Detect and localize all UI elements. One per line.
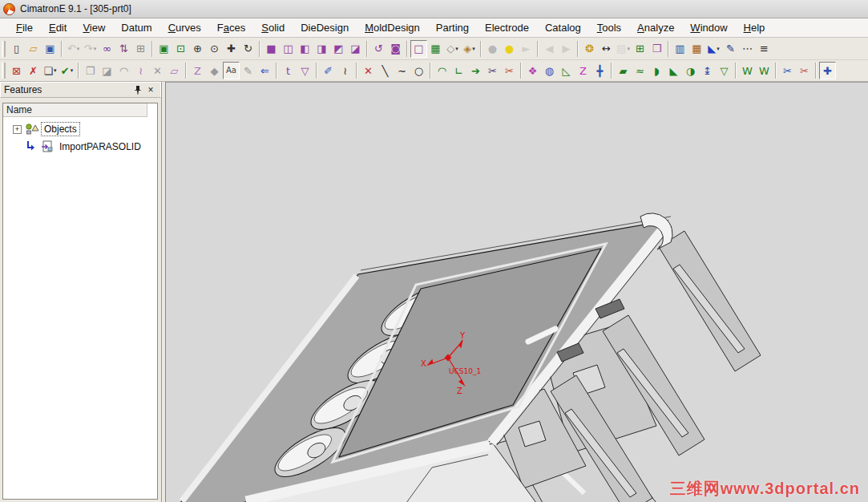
stitch-icon[interactable]: W xyxy=(739,62,756,79)
close-panel-button[interactable]: × xyxy=(144,84,157,96)
fillet-icon[interactable]: ◠ xyxy=(434,62,450,79)
surface-mirror-icon[interactable]: ◑ xyxy=(682,62,699,79)
menu-solid[interactable]: Solid xyxy=(253,20,293,35)
tree-label-objects[interactable]: Objects xyxy=(41,122,80,136)
surface-blend-icon[interactable]: ◗ xyxy=(648,62,665,79)
dynamic-transform-icon[interactable]: ✚ xyxy=(819,62,836,79)
filter-datums-icon[interactable]: ◆ xyxy=(206,62,223,79)
extend-icon[interactable]: ➔ xyxy=(467,62,484,79)
point-icon[interactable]: ✕ xyxy=(360,62,377,79)
filter-loops-icon[interactable]: ◠ xyxy=(115,62,132,79)
toolbar-drag-handle[interactable] xyxy=(2,63,6,79)
filter-axes-icon[interactable]: Z xyxy=(189,62,206,79)
menu-window[interactable]: Window xyxy=(682,20,735,35)
tree-row-importparasolid[interactable]: ImportPARASOLID xyxy=(3,138,157,156)
view-back-icon[interactable]: ◀ xyxy=(541,40,558,58)
transparent-cube-icon[interactable]: ◩ xyxy=(330,40,347,58)
viewport-3d[interactable]: X Y Z UCS10_1 三维网www.3dportal.cn xyxy=(166,82,868,502)
table-brown-icon[interactable]: ▦ xyxy=(688,40,705,58)
bulb-pick-icon[interactable]: ► xyxy=(518,40,535,58)
orient-model-icon[interactable]: ↺ xyxy=(370,40,387,58)
bulb-off-icon[interactable]: ● xyxy=(484,40,501,58)
filter-composites-icon[interactable]: ▱ xyxy=(166,62,183,79)
magnifier-icon[interactable]: ⊙ xyxy=(206,40,223,58)
confirm-select-icon[interactable]: ✔▾ xyxy=(59,62,75,79)
entity-colors-icon[interactable]: ❂ xyxy=(581,40,598,58)
hidden-line-cube-icon[interactable]: ◧ xyxy=(297,40,313,58)
texture-cube-icon[interactable]: ▦ xyxy=(427,40,444,58)
menu-diedesign[interactable]: DieDesign xyxy=(293,20,357,35)
menu-electrode[interactable]: Electrode xyxy=(477,20,537,35)
menu-molddesign[interactable]: MoldDesign xyxy=(357,20,428,35)
pin-icon[interactable] xyxy=(131,84,144,96)
menu-tools[interactable]: Tools xyxy=(589,20,629,35)
filter-curves-icon[interactable]: ≀ xyxy=(132,62,149,79)
line-weight-icon[interactable]: ≡ xyxy=(756,40,773,58)
wireframe-cube-icon[interactable]: ◫ xyxy=(280,40,297,58)
extrude-icon[interactable]: ❖ xyxy=(524,62,541,79)
filter-back-icon[interactable]: ⇐ xyxy=(256,62,273,79)
bulb-on-icon[interactable]: ● xyxy=(501,40,518,58)
plain-cube-icon[interactable]: ◇▾ xyxy=(444,40,461,58)
pipe-icon[interactable]: ╋ xyxy=(591,62,608,79)
menu-file[interactable]: File xyxy=(8,20,41,35)
unstitch-icon[interactable]: W xyxy=(756,62,773,79)
fill-color-icon[interactable]: ◣▾ xyxy=(705,40,722,58)
tree-row-objects[interactable]: + Objects xyxy=(3,120,157,138)
update-links-icon[interactable]: ⇅ xyxy=(115,40,132,58)
fit-screen-icon[interactable]: ▣ xyxy=(155,40,172,58)
name-column-header[interactable]: Name xyxy=(3,103,147,117)
arc-icon[interactable]: ∼ xyxy=(394,62,410,79)
split-red-icon[interactable]: ✂ xyxy=(796,62,813,79)
pan-icon[interactable]: ✚ xyxy=(223,40,240,58)
new-template-icon[interactable]: ⊞ xyxy=(632,40,648,58)
surface-funnel-icon[interactable]: ▽ xyxy=(716,62,733,79)
expand-toggle-icon[interactable]: + xyxy=(13,125,22,134)
cut-curve-icon[interactable]: ✂ xyxy=(501,62,518,79)
menu-parting[interactable]: Parting xyxy=(428,20,477,35)
revolve-icon[interactable]: ◍ xyxy=(541,62,558,79)
filter-faces-icon[interactable]: ◪ xyxy=(99,62,115,79)
corner-icon[interactable]: ∟ xyxy=(450,62,467,79)
menu-faces[interactable]: Faces xyxy=(209,20,253,35)
pick-order-icon[interactable]: t xyxy=(280,62,297,79)
section-cube-icon[interactable]: ◈▾ xyxy=(461,40,478,58)
menu-datum[interactable]: Datum xyxy=(113,20,159,35)
filter-text-icon[interactable]: Aa xyxy=(223,62,240,79)
new-file-icon[interactable]: ▯ xyxy=(8,40,25,58)
redo-icon[interactable]: ↷▾ xyxy=(82,40,99,58)
table-blue-icon[interactable]: ▥ xyxy=(672,40,688,58)
trim-icon[interactable]: ✂ xyxy=(484,62,501,79)
open-folder-icon[interactable]: ▱ xyxy=(25,40,42,58)
circle-icon[interactable]: ○ xyxy=(410,62,427,79)
filter-sketches-icon[interactable]: ✎ xyxy=(240,62,256,79)
shaded-edges-cube-icon[interactable]: ◨ xyxy=(313,40,330,58)
sketcher-icon[interactable]: ✐ xyxy=(320,62,337,79)
curves-menu-icon[interactable]: ≀ xyxy=(337,62,353,79)
save-icon[interactable]: ▣ xyxy=(42,40,59,58)
camera-icon[interactable]: ▤▾ xyxy=(615,40,632,58)
shaded-cube-icon[interactable]: ■ xyxy=(263,40,280,58)
pen-attributes-icon[interactable]: ✎ xyxy=(722,40,739,58)
menu-edit[interactable]: Edit xyxy=(41,20,75,35)
sweep-icon[interactable]: Z xyxy=(575,62,591,79)
surface-drive-icon[interactable]: ▰ xyxy=(615,62,632,79)
rotate-view-icon[interactable]: ↻ xyxy=(240,40,256,58)
menu-catalog[interactable]: Catalog xyxy=(537,20,589,35)
filter-objects-icon[interactable]: ❐ xyxy=(82,62,99,79)
menu-help[interactable]: Help xyxy=(736,20,773,35)
catalog-cube-icon[interactable]: ❒ xyxy=(648,40,665,58)
menu-analyze[interactable]: Analyze xyxy=(629,20,682,35)
plane-icon[interactable]: ◺ xyxy=(558,62,575,79)
unselect-all-icon[interactable]: ✗ xyxy=(25,62,42,79)
view-forward-icon[interactable]: ▶ xyxy=(558,40,575,58)
zoom-in-icon[interactable]: ⊕ xyxy=(189,40,206,58)
surface-fold-icon[interactable]: ◣ xyxy=(665,62,682,79)
pick-entity-icon[interactable]: ⊠ xyxy=(8,62,25,79)
menu-curves[interactable]: Curves xyxy=(160,20,209,35)
undo-icon[interactable]: ↶▾ xyxy=(65,40,82,58)
selection-funnel-icon[interactable]: ▽ xyxy=(297,62,313,79)
eyeglasses-view-icon[interactable]: ∞ xyxy=(99,40,115,58)
toolbar-drag-handle[interactable] xyxy=(2,41,6,57)
split-blue-icon[interactable]: ✂ xyxy=(779,62,796,79)
